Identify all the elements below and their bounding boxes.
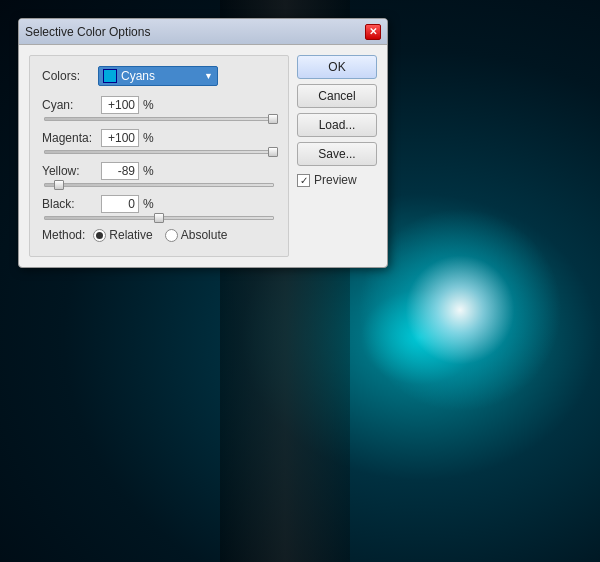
method-label: Method: — [42, 228, 85, 242]
title-bar: Selective Color Options ✕ — [19, 19, 387, 45]
magenta-label: Magenta: — [42, 131, 97, 145]
method-row: Method: Relative Absolute — [42, 228, 276, 242]
cyan-slider-container — [42, 117, 276, 121]
cyan-row: Cyan: % — [42, 96, 276, 114]
preview-label: Preview — [314, 173, 357, 187]
right-panel: OK Cancel Load... Save... ✓ Preview — [297, 55, 377, 257]
black-row: Black: % — [42, 195, 276, 213]
preview-checkbox[interactable]: ✓ — [297, 174, 310, 187]
radio-relative-label: Relative — [109, 228, 152, 242]
cyan-track[interactable] — [44, 117, 274, 121]
radio-absolute-label: Absolute — [181, 228, 228, 242]
save-button[interactable]: Save... — [297, 142, 377, 166]
cyan-value[interactable] — [101, 96, 139, 114]
radio-relative[interactable]: Relative — [93, 228, 152, 242]
magenta-thumb[interactable] — [268, 147, 278, 157]
colors-row: Colors: Cyans ▼ — [42, 66, 276, 86]
cyan-label: Cyan: — [42, 98, 97, 112]
black-pct: % — [143, 197, 157, 211]
yellow-value[interactable] — [101, 162, 139, 180]
yellow-track[interactable] — [44, 183, 274, 187]
colors-swatch — [103, 69, 117, 83]
black-track[interactable] — [44, 216, 274, 220]
dialog-title: Selective Color Options — [25, 25, 150, 39]
magenta-pct: % — [143, 131, 157, 145]
preview-row: ✓ Preview — [297, 173, 377, 187]
black-value[interactable] — [101, 195, 139, 213]
magenta-slider-container — [42, 150, 276, 154]
black-thumb[interactable] — [154, 213, 164, 223]
magenta-row: Magenta: % — [42, 129, 276, 147]
black-label: Black: — [42, 197, 97, 211]
black-slider-container — [42, 216, 276, 220]
yellow-thumb[interactable] — [54, 180, 64, 190]
dialog-body: Colors: Cyans ▼ Cyan: % Magenta — [19, 45, 387, 267]
load-button[interactable]: Load... — [297, 113, 377, 137]
cyan-pct: % — [143, 98, 157, 112]
yellow-label: Yellow: — [42, 164, 97, 178]
colors-label: Colors: — [42, 69, 92, 83]
radio-absolute-circle[interactable] — [165, 229, 178, 242]
cancel-button[interactable]: Cancel — [297, 84, 377, 108]
left-panel: Colors: Cyans ▼ Cyan: % Magenta — [29, 55, 289, 257]
selective-color-dialog: Selective Color Options ✕ Colors: Cyans … — [18, 18, 388, 268]
radio-group: Relative Absolute — [93, 228, 227, 242]
radio-relative-circle[interactable] — [93, 229, 106, 242]
cyan-thumb[interactable] — [268, 114, 278, 124]
yellow-row: Yellow: % — [42, 162, 276, 180]
magenta-track[interactable] — [44, 150, 274, 154]
radio-absolute[interactable]: Absolute — [165, 228, 228, 242]
yellow-pct: % — [143, 164, 157, 178]
colors-dropdown-text: Cyans — [121, 69, 204, 83]
magenta-value[interactable] — [101, 129, 139, 147]
ok-button[interactable]: OK — [297, 55, 377, 79]
yellow-slider-container — [42, 183, 276, 187]
close-button[interactable]: ✕ — [365, 24, 381, 40]
dropdown-arrow-icon: ▼ — [204, 71, 213, 81]
colors-dropdown[interactable]: Cyans ▼ — [98, 66, 218, 86]
